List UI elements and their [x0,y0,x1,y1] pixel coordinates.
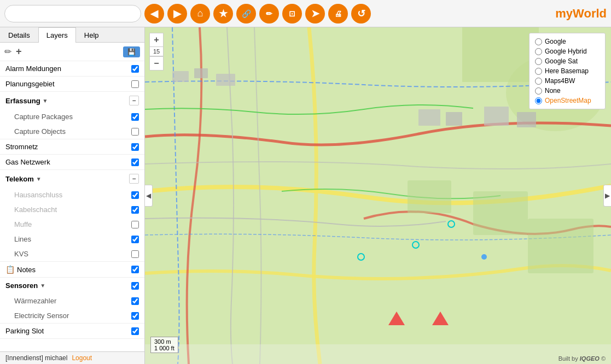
basemap-radio-google[interactable] [535,38,542,45]
layer-item-kvs[interactable]: KVS [0,246,144,261]
search-input[interactable] [4,5,141,22]
print-button[interactable]: 🖨 [328,4,348,24]
scale-1000ft: 1 000 ft [154,345,174,351]
layer-label-alarm: Alarm Meldungen [5,64,131,73]
layer-item-electricity-sensor[interactable]: Electricity Sensor [0,308,144,323]
layer-label-lines: Lines [5,235,131,243]
back-button[interactable]: ◀ [144,4,164,24]
layer-controls: ✏ + 💾 [0,43,144,61]
forward-button[interactable]: ▶ [167,4,187,24]
layer-group-stromnetz: Stromnetz [0,139,144,155]
locate-button[interactable]: ➤ [305,4,325,24]
layer-item-parking[interactable]: Parking Slot [0,324,144,338]
layer-group-erfassung: Erfassung ▼ − Capture Packages Capture O… [0,92,144,139]
layer-item-notes[interactable]: 📋 Notes [0,262,144,277]
layer-item-lines[interactable]: Lines [0,232,144,246]
panel-expand-button[interactable]: ▶ [603,185,611,207]
layer-item-warmezahler[interactable]: Wärmezahler [0,293,144,308]
link-button[interactable]: 🔗 [236,4,256,24]
layer-label-capture-objects: Capture Objects [5,127,131,136]
layer-label-planungsgebiet: Planungsgebiet [5,80,131,88]
basemap-option-maps4bw[interactable]: Maps4BW [535,76,600,86]
edit-button[interactable]: ✏ [259,4,279,24]
basemap-radio-maps4bw[interactable] [535,78,542,85]
add-layer-button[interactable]: + [16,46,22,57]
panel-collapse-button[interactable]: ◀ [145,185,153,207]
layer-checkbox-planungsgebiet[interactable] [131,80,139,88]
layer-checkbox-gas[interactable] [131,158,139,166]
layer-checkbox-sensoren-group[interactable] [131,282,139,290]
basemap-radio-here[interactable] [535,68,542,75]
layer-checkbox-muffe[interactable] [131,221,139,228]
notes-icon: 📋 [5,265,15,274]
layer-checkbox-electricity-sensor[interactable] [131,312,139,320]
layer-item-muffe[interactable]: Muffe [0,217,144,232]
basemap-option-osm[interactable]: OpenStreetMap [535,96,600,105]
group-header-telekom[interactable]: Telekom ▼ − [0,170,144,187]
group-label-telekom: Telekom [5,175,34,183]
layer-checkbox-kabelschacht[interactable] [131,206,139,214]
status-user: [Innendienst] michael [5,354,67,362]
edit-layer-button[interactable]: ✏ [4,46,11,57]
basemap-option-google-sat[interactable]: Google Sat [535,56,600,66]
erfassung-arrow-icon: ▼ [43,98,48,104]
layer-item-alarm[interactable]: Alarm Meldungen [0,61,144,76]
layer-checkbox-stromnetz[interactable] [131,143,139,151]
layer-item-capture-objects[interactable]: Capture Objects [0,124,144,139]
layer-label-warmezahler: Wärmezahler [5,297,131,305]
layer-item-capture-packages[interactable]: Capture Packages [0,109,144,124]
refresh-button[interactable]: ↺ [351,4,371,24]
basemap-radio-google-hybrid[interactable] [535,48,542,55]
brand-prefix: my [555,7,573,20]
layer-item-stromnetz[interactable]: Stromnetz [0,139,144,154]
layer-checkbox-hausanschluss[interactable] [131,191,139,199]
zoom-out-button[interactable]: − [149,56,164,71]
save-layers-button[interactable]: 💾 [123,46,140,57]
favorites-button[interactable]: ★ [213,4,233,24]
layer-group-gas: Gas Netzwerk [0,155,144,170]
basemap-label-google-hybrid: Google Hybrid [545,48,587,55]
telekom-collapse-button[interactable]: − [129,174,139,184]
telekom-arrow-icon: ▼ [36,176,42,182]
scale-bar: 300 m 1 000 ft [150,337,178,353]
basemap-radio-none[interactable] [535,87,542,95]
layer-checkbox-kvs[interactable] [131,250,139,258]
group-header-erfassung[interactable]: Erfassung ▼ − [0,92,144,109]
layer-checkbox-warmezahler[interactable] [131,297,139,305]
svg-rect-5 [216,74,235,86]
basemap-option-google[interactable]: Google [535,37,600,46]
basemap-option-google-hybrid[interactable]: Google Hybrid [535,46,600,56]
svg-rect-3 [172,71,189,82]
tab-help[interactable]: Help [76,27,107,43]
layer-checkbox-lines[interactable] [131,236,139,243]
basemap-label-here: Here Basemap [545,67,589,75]
logout-link[interactable]: Logout [72,354,92,362]
zoom-in-button[interactable]: + [149,33,164,47]
capture-button[interactable]: ⊡ [282,4,302,24]
group-label-sensoren: Sensoren [5,281,38,290]
basemap-option-here[interactable]: Here Basemap [535,66,600,76]
layer-item-kabelschacht[interactable]: Kabelschacht [0,202,144,217]
layer-item-planungsgebiet[interactable]: Planungsgebiet [0,77,144,91]
layer-checkbox-alarm[interactable] [131,65,139,73]
map-container[interactable]: + 15 − ◀ ▶ Google Google Hybrid Google S… [145,27,611,364]
brand-logo: myWorld [555,7,607,21]
group-header-sensoren[interactable]: Sensoren ▼ [0,278,144,293]
basemap-radio-google-sat[interactable] [535,58,542,65]
basemap-selector: Google Google Hybrid Google Sat Here Bas… [529,33,606,109]
layer-item-hausanschluss[interactable]: Hausanschluss [0,187,144,202]
basemap-option-none[interactable]: None [535,86,600,96]
tab-layers[interactable]: Layers [38,27,76,43]
layer-checkbox-capture-objects[interactable] [131,128,139,136]
layer-checkbox-capture-packages[interactable] [131,113,139,121]
layer-checkbox-parking[interactable] [131,327,139,335]
layer-item-gas[interactable]: Gas Netzwerk [0,155,144,169]
basemap-radio-osm[interactable] [535,97,542,104]
erfassung-collapse-button[interactable]: − [129,96,139,105]
tab-details[interactable]: Details [0,27,38,43]
layer-checkbox-notes[interactable] [131,266,139,273]
layer-label-parking: Parking Slot [5,327,131,335]
basemap-label-none: None [545,87,561,95]
home-button[interactable]: ⌂ [190,4,210,24]
basemap-label-google-sat: Google Sat [545,57,578,65]
